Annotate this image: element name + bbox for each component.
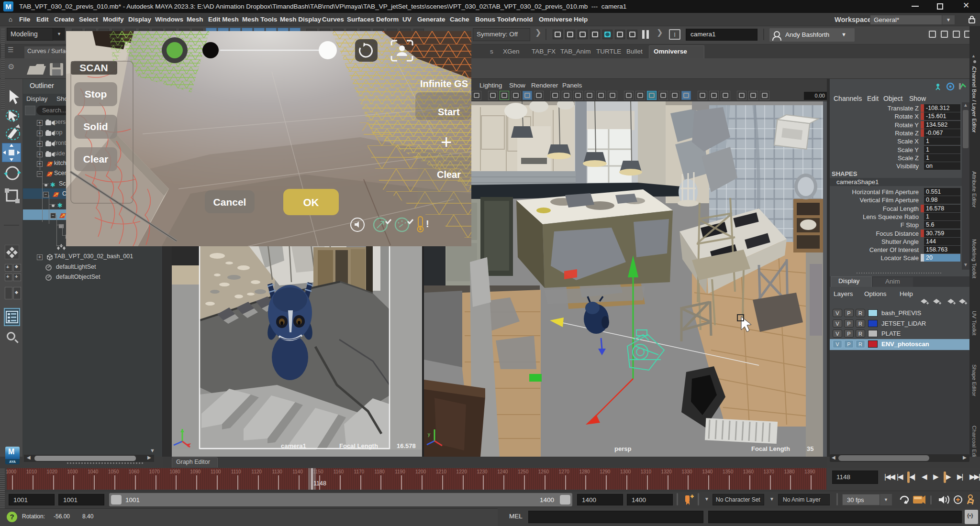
- svg-text:Focal Length: Focal Length: [751, 445, 790, 452]
- svg-text:Clear: Clear: [437, 169, 461, 180]
- svg-text:+: +: [441, 132, 452, 153]
- svg-text:Infinite GS: Infinite GS: [420, 78, 468, 89]
- svg-text:Start: Start: [438, 107, 460, 117]
- svg-text:35: 35: [807, 445, 813, 452]
- svg-text:!: !: [426, 219, 429, 229]
- svg-text:Focal Length: Focal Length: [339, 442, 378, 449]
- svg-text:16.578: 16.578: [397, 442, 416, 449]
- svg-text:y: y: [428, 432, 430, 437]
- svg-text:persp: persp: [614, 445, 631, 452]
- svg-text:SCAN: SCAN: [79, 62, 108, 73]
- svg-text:Clear: Clear: [83, 153, 109, 164]
- svg-text:OK: OK: [303, 197, 319, 208]
- svg-text:Solid: Solid: [83, 121, 108, 132]
- svg-text:Stop: Stop: [85, 88, 107, 99]
- svg-text:Cancel: Cancel: [213, 197, 246, 208]
- svg-text:camera1: camera1: [281, 442, 306, 449]
